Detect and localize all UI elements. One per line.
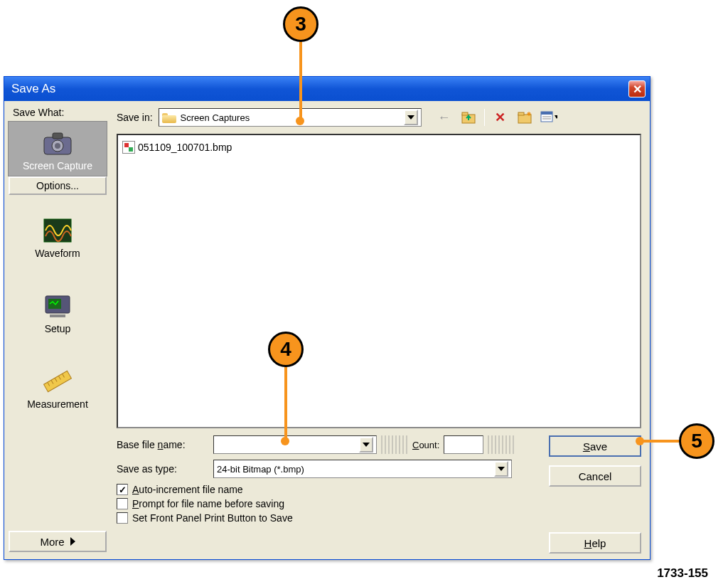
callout-3: 3: [283, 6, 318, 42]
svg-rect-4: [44, 219, 71, 242]
sidebar-item-waveform[interactable]: Waveform: [8, 209, 107, 263]
save-in-value: Screen Captures: [181, 112, 250, 123]
svg-rect-8: [44, 371, 72, 391]
base-filename-input[interactable]: [213, 435, 377, 454]
close-icon: ✕: [633, 83, 642, 96]
count-label: Count:: [412, 440, 439, 450]
chevron-down-icon[interactable]: [359, 437, 373, 453]
camera-icon: [40, 129, 75, 157]
callout-3-line: [299, 42, 302, 119]
svg-marker-26: [555, 115, 557, 119]
callout-5: 5: [679, 423, 714, 459]
keypad-icon[interactable]: [381, 435, 408, 454]
delete-icon[interactable]: ✕: [492, 109, 509, 126]
title-text: Save As: [11, 82, 55, 96]
svg-point-3: [55, 143, 60, 149]
callout-5-dot: [636, 437, 644, 445]
callout-3-label: 3: [295, 13, 306, 36]
help-button[interactable]: Help: [549, 532, 641, 554]
button-column: Save Cancel Help: [549, 435, 641, 554]
checkbox-icon: [117, 512, 128, 524]
base-filename-label: Base file name:: [117, 439, 209, 450]
form-area: Base file name: Count:: [117, 435, 641, 554]
save-in-label: Save in:: [117, 112, 153, 123]
file-item[interactable]: 051109_100701.bmp: [122, 139, 636, 155]
count-input[interactable]: [444, 435, 483, 454]
save-in-combo[interactable]: Screen Captures: [159, 108, 422, 127]
base-filename-row: Base file name: Count:: [117, 435, 540, 454]
callout-4-label: 4: [280, 338, 291, 361]
ruler-icon: [40, 367, 75, 396]
toolbar: Save in: Screen Captures ← ✕: [117, 107, 641, 128]
save-type-value: 24-bit Bitmap (*.bmp): [217, 464, 304, 475]
checkbox-icon: [117, 498, 128, 509]
checkbox-icon: ✓: [117, 484, 128, 495]
callout-4-dot: [281, 437, 289, 445]
sidebar-item-measurement[interactable]: Measurement: [8, 360, 107, 414]
callout-4-line: [284, 367, 287, 438]
titlebar: Save As ✕: [4, 77, 650, 101]
cancel-button[interactable]: Cancel: [549, 465, 641, 487]
sidebar-item-label: Waveform: [8, 248, 107, 259]
sidebar-item-label: Screen Capture: [9, 160, 107, 171]
save-as-dialog: Save As ✕ Save What: Screen Capture Opti…: [4, 76, 651, 560]
svg-rect-1: [53, 133, 63, 139]
folder-icon: [162, 112, 176, 123]
options-button[interactable]: Options...: [9, 176, 107, 195]
up-folder-icon[interactable]: [460, 109, 477, 126]
bmp-file-icon: [122, 141, 135, 154]
auto-increment-checkbox[interactable]: ✓ Auto-increment file name: [117, 484, 540, 495]
setup-icon: [40, 292, 75, 320]
figure-reference: 1733-155: [657, 566, 708, 581]
save-type-row: Save as type: 24-bit Bitmap (*.bmp): [117, 460, 540, 478]
prompt-checkbox[interactable]: Prompt for file name before saving: [117, 498, 540, 509]
sidebar-item-setup[interactable]: Setup: [8, 285, 107, 339]
toolbar-icons: ← ✕: [436, 109, 557, 126]
separator: [484, 109, 485, 126]
waveform-icon: [40, 216, 75, 245]
view-menu-icon[interactable]: [540, 109, 557, 126]
svg-rect-15: [462, 112, 468, 115]
sidebar-item-screen-capture[interactable]: Screen Capture: [8, 121, 107, 176]
sidebar-item-label: Measurement: [8, 398, 107, 410]
more-label: More: [40, 536, 64, 548]
sidebar: Save What: Screen Capture Options... Wav…: [4, 101, 111, 559]
dialog-body: Save What: Screen Capture Options... Wav…: [4, 101, 650, 559]
save-type-combo[interactable]: 24-bit Bitmap (*.bmp): [213, 460, 512, 478]
sidebar-item-label: Setup: [8, 323, 107, 334]
callout-5-line: [640, 440, 679, 443]
options-label: Options...: [36, 180, 79, 191]
file-name: 051109_100701.bmp: [138, 142, 232, 153]
file-list[interactable]: 051109_100701.bmp: [117, 134, 641, 428]
save-button[interactable]: Save: [549, 435, 641, 457]
main-panel: Save in: Screen Captures ← ✕: [111, 101, 650, 559]
front-panel-checkbox[interactable]: Set Front Panel Print Button to Save: [117, 512, 540, 524]
svg-rect-7: [50, 314, 65, 317]
back-icon[interactable]: ←: [436, 109, 453, 126]
keypad-icon[interactable]: [488, 435, 515, 454]
callout-3-dot: [296, 117, 304, 125]
sidebar-title: Save What:: [7, 104, 70, 121]
callout-5-label: 5: [691, 430, 702, 453]
callout-4: 4: [268, 332, 304, 367]
svg-rect-17: [518, 112, 524, 115]
save-type-label: Save as type:: [117, 463, 209, 475]
arrow-right-icon: [70, 537, 75, 546]
chevron-down-icon[interactable]: [404, 110, 418, 125]
new-folder-icon[interactable]: [516, 109, 533, 126]
chevron-down-icon[interactable]: [494, 461, 508, 477]
close-button[interactable]: ✕: [628, 80, 646, 97]
svg-rect-23: [541, 112, 552, 115]
more-button[interactable]: More: [9, 531, 107, 552]
